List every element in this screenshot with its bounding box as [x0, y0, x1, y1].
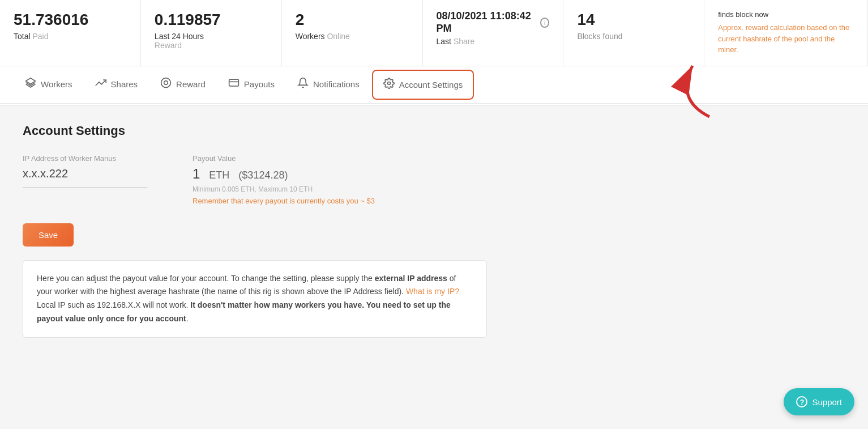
- info-text-3: Local IP such as 192.168.X.X will not wo…: [37, 300, 190, 309]
- account-settings-icon: [383, 78, 395, 92]
- settings-grid: IP Address of Worker Manus x.x.x.222 Pay…: [23, 154, 845, 205]
- workers-label: Workers Online: [296, 32, 409, 41]
- ip-field-value: x.x.x.222: [23, 167, 147, 180]
- info-box: Here you can adjust the payout value for…: [23, 260, 487, 338]
- stats-bar: 51.736016 Total Paid 0.119857 Last 24 Ho…: [0, 0, 868, 66]
- reward-icon: [160, 77, 172, 91]
- total-paid-label: Total Paid: [14, 32, 127, 41]
- ip-field-label: IP Address of Worker Manus: [23, 154, 147, 163]
- svg-rect-3: [229, 79, 238, 86]
- stat-reward: 0.119857 Last 24 Hours Reward: [141, 0, 282, 66]
- support-button[interactable]: ? Support: [784, 388, 854, 415]
- tab-workers-label: Workers: [41, 79, 72, 89]
- info-text-1: Here you can adjust the payout value for…: [37, 274, 375, 283]
- tab-payouts-label: Payouts: [244, 79, 275, 89]
- svg-point-2: [164, 80, 168, 84]
- payout-currency: ETH: [209, 169, 229, 181]
- notifications-icon: [297, 77, 309, 91]
- payout-row: 1 ETH ($3124.28): [193, 166, 375, 182]
- tab-account-settings[interactable]: Account Settings: [372, 70, 474, 100]
- info-text-4: .: [186, 314, 189, 323]
- page-title: Account Settings: [23, 124, 845, 138]
- tab-reward[interactable]: Reward: [149, 67, 217, 103]
- workers-icon: [25, 77, 36, 91]
- payout-usd: ($3124.28): [238, 169, 288, 181]
- nav-tabs: Workers Shares Reward Payouts: [0, 66, 868, 104]
- stat-blocks: 14 Blocks found: [563, 0, 704, 66]
- main-content: Account Settings IP Address of Worker Ma…: [0, 105, 868, 389]
- support-label: Support: [812, 397, 842, 407]
- save-button[interactable]: Save: [23, 223, 74, 247]
- tab-notifications-label: Notifications: [313, 79, 360, 89]
- svg-point-1: [161, 78, 171, 87]
- payout-hint: Minimum 0.005 ETH, Maximum 10 ETH: [193, 185, 375, 193]
- tab-shares-label: Shares: [111, 79, 138, 89]
- tab-notifications[interactable]: Notifications: [286, 67, 371, 103]
- approx-line2: Approx. reward calculation based on the …: [718, 22, 854, 56]
- payouts-icon: [228, 77, 240, 91]
- tab-reward-label: Reward: [176, 79, 206, 89]
- payout-field-group: Payout Value 1 ETH ($3124.28) Minimum 0.…: [193, 154, 375, 205]
- payout-warning: Remember that every payout is currently …: [193, 197, 375, 205]
- stat-workers: 2 Workers Online: [282, 0, 423, 66]
- blocks-value: 14: [577, 10, 690, 29]
- info-icon[interactable]: i: [540, 18, 549, 28]
- approx-line1: finds block now: [718, 10, 854, 19]
- tab-workers[interactable]: Workers: [14, 67, 84, 103]
- last-share-label: Last Share: [437, 37, 550, 46]
- last-share-value: 08/10/2021 11:08:42 PM: [437, 10, 537, 35]
- total-paid-value: 51.736016: [14, 10, 127, 29]
- what-is-my-ip-link[interactable]: What is my IP?: [406, 287, 459, 296]
- tab-payouts[interactable]: Payouts: [217, 67, 286, 103]
- stat-total-paid: 51.736016 Total Paid: [0, 0, 141, 66]
- tab-shares[interactable]: Shares: [84, 67, 149, 103]
- shares-icon: [95, 77, 106, 91]
- info-bold-1: external IP address: [375, 274, 447, 283]
- reward-value: 0.119857: [155, 10, 268, 29]
- stat-last-share: 08/10/2021 11:08:42 PM i Last Share: [423, 0, 564, 66]
- blocks-label: Blocks found: [577, 32, 690, 41]
- payout-amount: 1: [193, 166, 200, 182]
- payout-label: Payout Value: [193, 154, 375, 163]
- svg-point-5: [387, 82, 390, 84]
- ip-field-underline: [23, 187, 147, 188]
- support-icon: ?: [796, 396, 807, 407]
- stat-approx-reward: finds block now Approx. reward calculati…: [704, 0, 868, 66]
- ip-field-group: IP Address of Worker Manus x.x.x.222: [23, 154, 147, 188]
- tab-account-settings-label: Account Settings: [399, 80, 463, 90]
- reward-label: Last 24 Hours Reward: [155, 32, 268, 50]
- workers-value: 2: [296, 10, 409, 29]
